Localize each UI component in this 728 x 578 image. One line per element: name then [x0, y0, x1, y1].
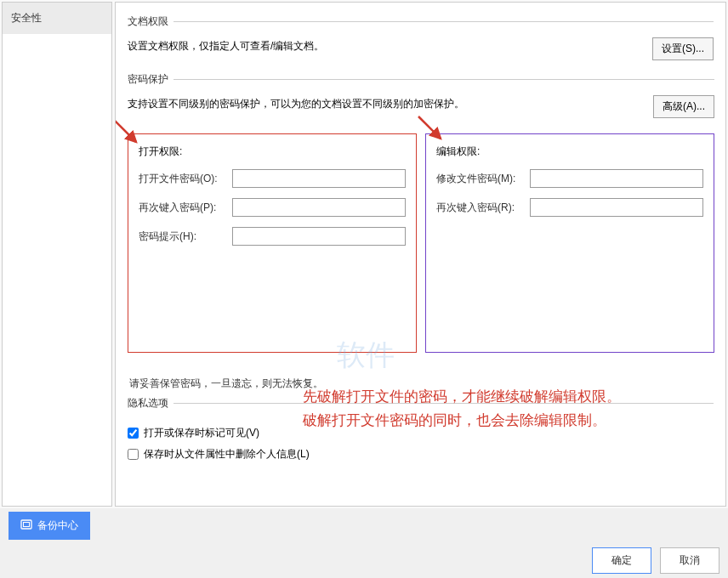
open-password-label: 打开文件密码(O):: [139, 172, 232, 186]
annotation-line2: 破解打开文件密码的同时，也会去除编辑限制。: [303, 409, 621, 433]
svg-rect-2: [21, 520, 31, 529]
svg-line-1: [418, 116, 441, 139]
backup-center-label: 备份中心: [37, 518, 78, 533]
open-permission-title: 打开权限:: [139, 144, 406, 159]
cancel-button[interactable]: 取消: [660, 547, 719, 574]
open-reenter-input[interactable]: [232, 198, 406, 217]
password-protect-group: 密码保护 支持设置不同级别的密码保护，可以为您的文档设置不同级别的加密保护。 高…: [128, 72, 714, 391]
modify-reenter-input[interactable]: [530, 198, 703, 217]
arrow-annotation-right: [417, 115, 451, 149]
mark-visible-label: 打开或保存时标记可见(V): [144, 426, 259, 440]
remove-personal-info-checkbox[interactable]: [128, 449, 139, 460]
password-hint-input[interactable]: [232, 227, 406, 246]
svg-rect-3: [24, 522, 30, 526]
content-panel: 文档权限 设置文档权限，仅指定人可查看/编辑文档。 设置(S)... 密码保护 …: [115, 2, 726, 507]
svg-line-0: [115, 120, 136, 142]
password-protect-desc: 支持设置不同级别的密码保护，可以为您的文档设置不同级别的加密保护。: [128, 95, 653, 111]
edit-permission-box: 编辑权限: 修改文件密码(M): 再次键入密码(R):: [425, 133, 714, 353]
footer-bar: 备份中心: [0, 508, 728, 542]
backup-center-button[interactable]: 备份中心: [9, 512, 90, 540]
mark-visible-checkbox[interactable]: [128, 428, 139, 439]
password-protect-legend: 密码保护: [128, 72, 173, 87]
backup-icon: [20, 518, 32, 533]
privacy-legend: 隐私选项: [128, 396, 173, 411]
password-hint-label: 密码提示(H):: [139, 230, 232, 244]
modify-password-label: 修改文件密码(M):: [436, 172, 530, 186]
remove-personal-info-label: 保存时从文件属性中删除个人信息(L): [144, 447, 310, 462]
advanced-button[interactable]: 高级(A)...: [653, 95, 714, 118]
open-permission-box: 打开权限: 打开文件密码(O): 再次键入密码(P): 密码提示(H):: [128, 133, 417, 353]
annotation-line1: 先破解打开文件的密码，才能继续破解编辑权限。: [303, 385, 621, 409]
arrow-annotation-left: [115, 118, 146, 152]
modify-password-input[interactable]: [530, 169, 703, 188]
sidebar: 安全性: [2, 2, 112, 507]
annotation-text: 先破解打开文件的密码，才能继续破解编辑权限。 破解打开文件密码的同时，也会去除编…: [303, 385, 621, 433]
edit-permission-title: 编辑权限:: [436, 144, 703, 159]
modify-reenter-label: 再次键入密码(R):: [436, 201, 530, 215]
sidebar-item-security[interactable]: 安全性: [3, 3, 111, 34]
document-permission-desc: 设置文档权限，仅指定人可查看/编辑文档。: [128, 37, 652, 54]
document-permission-group: 文档权限 设置文档权限，仅指定人可查看/编辑文档。 设置(S)...: [128, 14, 714, 60]
document-permission-legend: 文档权限: [128, 14, 173, 29]
open-password-input[interactable]: [232, 169, 406, 188]
ok-button[interactable]: 确定: [592, 547, 651, 574]
settings-button[interactable]: 设置(S)...: [652, 37, 714, 60]
dialog-button-bar: 确定 取消: [0, 542, 728, 578]
open-reenter-label: 再次键入密码(P):: [139, 201, 232, 215]
